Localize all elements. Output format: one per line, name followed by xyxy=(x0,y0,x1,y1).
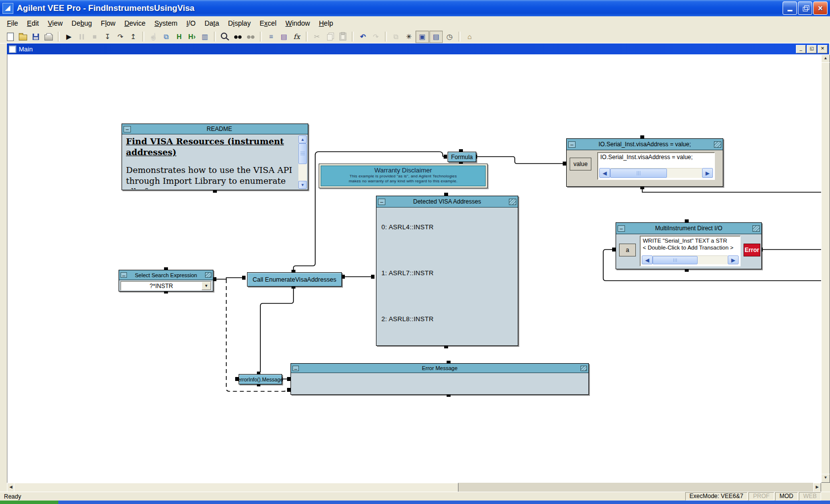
clone-objects-icon: ⧉ xyxy=(394,33,399,40)
menu-device[interactable]: Device xyxy=(120,17,150,29)
canvas-horizontal-scrollbar[interactable]: ◀ ▶ xyxy=(7,483,821,492)
io-serial-box[interactable]: – IO.Serial_Inst.visaAddress = value; va… xyxy=(566,138,723,187)
formula-box[interactable]: Formula xyxy=(448,152,476,162)
new-file-button[interactable] xyxy=(4,31,16,42)
resize-grip-icon[interactable] xyxy=(509,199,516,205)
menu-display[interactable]: Display xyxy=(223,17,255,29)
window-titlebar[interactable]: Agilent VEE Pro - FindInstrumentsUsingVi… xyxy=(0,0,830,16)
multi-hscrollbar[interactable]: ◀ ▶ xyxy=(642,255,739,264)
menu-view[interactable]: View xyxy=(43,17,67,29)
scroll-right-icon[interactable]: ▶ xyxy=(728,255,739,264)
step-out-button[interactable]: ↥ xyxy=(127,31,139,42)
mdi-title: Main xyxy=(19,45,33,53)
menu-excel[interactable]: Excel xyxy=(255,17,281,29)
display-window-button[interactable]: ▥ xyxy=(199,31,211,42)
scroll-thumb[interactable] xyxy=(298,143,307,164)
select-objects-button[interactable]: ⧉ xyxy=(160,31,172,42)
a-terminal[interactable]: a xyxy=(619,244,636,256)
scroll-thumb[interactable] xyxy=(610,168,667,178)
scroll-right-icon[interactable]: ▶ xyxy=(813,483,821,493)
collapse-icon[interactable]: – xyxy=(292,366,299,371)
step-over-button[interactable]: ↷ xyxy=(114,31,126,42)
function-fx-button[interactable]: fx xyxy=(290,31,303,42)
panel-view-button[interactable]: ▣ xyxy=(415,31,429,43)
transaction-field[interactable]: WRITE "Serial_Inst" TEXT a STR < Double-… xyxy=(640,236,741,266)
select-search-box[interactable]: – Select Search Expression ?*INSTR ▼ xyxy=(119,270,213,292)
mdi-titlebar[interactable]: Main _ ◱ ✕ xyxy=(7,43,829,54)
find-button[interactable] xyxy=(232,31,244,42)
resize-grip-icon[interactable] xyxy=(714,141,721,148)
collapse-icon[interactable]: – xyxy=(121,272,127,278)
readme-box[interactable]: – README Find VISA Resources (instrument… xyxy=(122,124,308,190)
close-button[interactable]: × xyxy=(813,1,828,15)
step-into-button[interactable]: ↧ xyxy=(101,31,114,42)
menu-flow[interactable]: Flow xyxy=(96,17,120,29)
open-file-button[interactable] xyxy=(17,31,29,42)
resize-grip-icon[interactable] xyxy=(581,366,587,371)
detail-view-button[interactable]: ▤ xyxy=(429,31,443,43)
print-button[interactable] xyxy=(42,31,55,42)
detected-titlebar[interactable]: – Detected VISA Addresses xyxy=(376,196,518,208)
instrument-manager-button[interactable]: ▤ xyxy=(278,31,290,42)
scroll-thumb[interactable] xyxy=(653,256,698,264)
scroll-down-icon[interactable]: ▼ xyxy=(821,474,830,483)
menu-system[interactable]: System xyxy=(150,17,182,29)
restore-button[interactable] xyxy=(798,1,812,15)
minimize-button[interactable] xyxy=(783,1,797,15)
menu-window[interactable]: Window xyxy=(281,17,315,29)
menu-help[interactable]: Help xyxy=(314,17,337,29)
scroll-thumb[interactable] xyxy=(821,62,830,475)
scroll-up-icon[interactable]: ▲ xyxy=(298,135,307,143)
mdi-close-button[interactable]: ✕ xyxy=(818,45,828,53)
collapse-icon[interactable]: – xyxy=(378,199,385,205)
collapse-icon[interactable]: – xyxy=(124,126,131,132)
zoom-in-button[interactable] xyxy=(219,31,231,42)
scroll-down-icon[interactable]: ▼ xyxy=(298,181,307,189)
io-code-field[interactable]: IO.Serial_Inst.visaAddress = value; ◀ ▶ xyxy=(597,152,715,180)
undo-button[interactable]: ↶ xyxy=(357,31,369,42)
detected-addresses-box[interactable]: – Detected VISA Addresses 0: ASRL4::INST… xyxy=(376,196,518,346)
scroll-right-icon[interactable]: ▶ xyxy=(702,168,713,178)
home-button[interactable]: ⌂ xyxy=(463,31,476,42)
menu-file[interactable]: File xyxy=(2,17,23,29)
timer-button[interactable]: ◷ xyxy=(443,31,456,42)
scroll-thumb[interactable] xyxy=(14,483,458,493)
search-expression-dropdown[interactable]: ?*INSTR ▼ xyxy=(121,281,211,291)
error-message-box[interactable]: – Error Message xyxy=(290,363,589,395)
io-hscrollbar[interactable]: ◀ ▶ xyxy=(599,168,713,178)
dropdown-arrow-icon[interactable]: ▼ xyxy=(202,282,211,290)
collapse-icon[interactable]: – xyxy=(618,225,625,232)
readme-scrollbar[interactable]: ▲ ▼ xyxy=(298,135,307,189)
properties-list-button[interactable]: ≡ xyxy=(265,31,277,42)
menu-edit[interactable]: Edit xyxy=(23,17,43,29)
resize-grip-icon[interactable] xyxy=(205,272,211,278)
io-code-text: IO.Serial_Inst.visaAddress = value; xyxy=(600,154,693,161)
readme-titlebar[interactable]: – README xyxy=(122,124,308,134)
io-transaction-button[interactable]: H xyxy=(173,31,185,42)
error-terminal[interactable]: Error xyxy=(744,244,760,256)
menu-i-o[interactable]: I/O xyxy=(182,17,200,29)
canvas-vertical-scrollbar[interactable]: ▲ ▼ xyxy=(821,54,829,483)
value-terminal[interactable]: value xyxy=(570,158,591,170)
cut-icon: ✂ xyxy=(314,33,320,40)
multi-instrument-box[interactable]: – MultiInstrument Direct I/O a WRITE "Se… xyxy=(616,222,762,269)
error-info-box[interactable]: errorInfo().Message xyxy=(239,374,282,384)
menu-data[interactable]: Data xyxy=(200,17,224,29)
save-file-button[interactable] xyxy=(30,31,42,42)
collapse-icon[interactable]: – xyxy=(568,141,576,148)
scroll-left-icon[interactable]: ◀ xyxy=(642,255,653,264)
mdi-minimize-button[interactable]: _ xyxy=(796,45,806,53)
select-search-titlebar[interactable]: – Select Search Expression xyxy=(119,270,213,280)
warranty-box[interactable]: Warranty Disclaimer This example is prov… xyxy=(319,164,488,188)
multi-instrument-titlebar[interactable]: – MultiInstrument Direct I/O xyxy=(616,223,761,234)
io-serial-titlebar[interactable]: – IO.Serial_Inst.visaAddress = value; xyxy=(567,139,723,150)
call-enumerate-box[interactable]: Call EnumerateVisaAddresses xyxy=(247,272,342,287)
resize-grip-icon[interactable] xyxy=(752,225,760,232)
run-button[interactable]: ▶ xyxy=(63,31,75,42)
error-message-titlebar[interactable]: – Error Message xyxy=(291,364,588,373)
mdi-restore-button[interactable]: ◱ xyxy=(807,45,817,53)
io-advanced-button[interactable]: H› xyxy=(186,31,198,42)
debug-bug-button[interactable]: ✳ xyxy=(403,31,415,42)
scroll-left-icon[interactable]: ◀ xyxy=(599,168,610,178)
menu-debug[interactable]: Debug xyxy=(67,17,96,29)
